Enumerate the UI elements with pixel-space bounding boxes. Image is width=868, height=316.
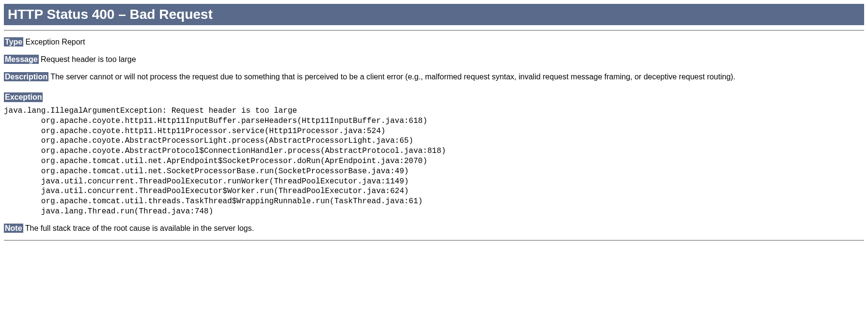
- type-value: Exception Report: [26, 38, 85, 46]
- description-line: Description The server cannot or will no…: [4, 71, 864, 83]
- description-value: The server cannot or will not process th…: [50, 73, 735, 81]
- note-line: Note The full stack trace of the root ca…: [4, 223, 864, 234]
- message-line: Message Request header is too large: [4, 54, 864, 65]
- note-label: Note: [4, 224, 23, 233]
- message-value: Request header is too large: [41, 55, 136, 63]
- description-label: Description: [4, 72, 48, 81]
- type-label: Type: [4, 37, 23, 46]
- note-value: The full stack trace of the root cause i…: [25, 224, 254, 232]
- exception-stacktrace: java.lang.IllegalArgumentException: Requ…: [4, 106, 864, 217]
- divider-top: [4, 30, 864, 30]
- divider-bottom: [4, 240, 864, 241]
- message-label: Message: [4, 55, 39, 64]
- page-title: HTTP Status 400 – Bad Request: [4, 4, 864, 25]
- exception-heading: Exception: [4, 92, 43, 102]
- type-line: Type Exception Report: [4, 36, 864, 48]
